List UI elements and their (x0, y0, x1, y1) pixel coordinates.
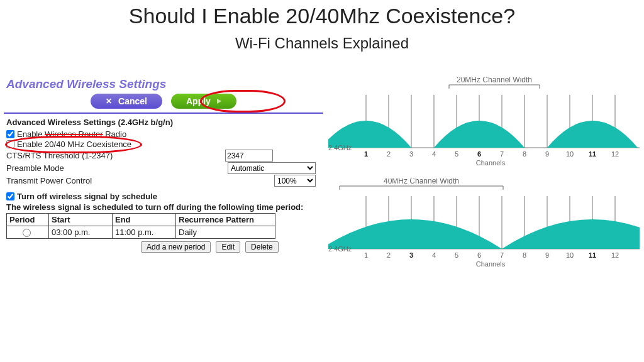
svg-text:3: 3 (409, 150, 413, 158)
diagram-panel: 20MHz Channel Width 2.4GHz 1234567891011… (323, 77, 640, 280)
schedule-note: The wireless signal is scheduled to turn… (6, 202, 323, 212)
axis-left-20: 2.4GHz (328, 144, 352, 151)
button-row: ✕ Cancel Apply (4, 92, 323, 112)
enable-coex-label: Enable 20/40 MHz Coexistence (17, 140, 131, 149)
cancel-label: Cancel (118, 96, 147, 106)
svg-text:8: 8 (523, 251, 526, 259)
svg-text:6: 6 (477, 251, 481, 259)
th-start: Start (49, 214, 113, 226)
cell-recur: Daily (176, 226, 275, 239)
svg-text:10: 10 (566, 251, 574, 259)
svg-text:8: 8 (523, 150, 526, 158)
schedule-table: Period Start End Recurrence Pattern 03:0… (6, 213, 275, 239)
sched-toggle-row: Turn off wireless signal by schedule (6, 192, 323, 201)
edit-button[interactable]: Edit (216, 241, 240, 253)
svg-text:2: 2 (387, 251, 391, 259)
period-radio[interactable] (23, 229, 31, 237)
cts-row: CTS/RTS Threshold (1-2347) (6, 150, 323, 162)
svg-text:6: 6 (477, 150, 481, 158)
svg-text:9: 9 (545, 150, 549, 158)
delete-button[interactable]: Delete (245, 241, 279, 253)
chart-title-20: 20MHz Channel Width (457, 77, 532, 84)
play-icon (217, 99, 221, 104)
x-label-40: Channels (476, 260, 506, 268)
svg-text:1: 1 (364, 150, 368, 158)
svg-text:7: 7 (500, 251, 504, 259)
cts-label: CTS/RTS Threshold (1-2347) (6, 151, 113, 160)
tpc-select[interactable]: 100% (274, 175, 316, 187)
svg-text:1: 1 (364, 251, 368, 259)
table-header-row: Period Start End Recurrence Pattern (7, 214, 275, 226)
chart-svg-40: 40MHz Channel Width 2.4GHz 1234567891011… (328, 178, 640, 270)
preamble-label: Preamble Mode (6, 163, 64, 173)
tpc-label: Transmit Power Control (6, 176, 92, 185)
svg-text:9: 9 (545, 251, 549, 259)
close-icon: ✕ (106, 97, 112, 106)
svg-text:10: 10 (566, 150, 574, 158)
enable-radio-checkbox[interactable] (6, 130, 14, 138)
preamble-select[interactable]: Automatic (228, 162, 316, 174)
th-recur: Recurrence Pattern (176, 214, 275, 226)
chart-40mhz: 40MHz Channel Width 2.4GHz 1234567891011… (328, 178, 640, 270)
cell-end: 11:00 p.m. (113, 226, 176, 239)
svg-text:12: 12 (611, 150, 619, 158)
enable-radio-row: Enable Wireless Router Radio (6, 129, 323, 139)
section-title: Advanced Wireless Settings (2.4GHz b/g/n… (6, 118, 323, 127)
schedule-label: Turn off wireless signal by schedule (17, 192, 157, 201)
axis-left-40: 2.4GHz (328, 245, 352, 253)
tpc-row: Transmit Power Control 100% (6, 175, 323, 187)
panel-heading: Advanced Wireless Settings (6, 77, 323, 91)
table-row: 03:00 p.m. 11:00 p.m. Daily (7, 226, 275, 239)
svg-text:4: 4 (432, 150, 436, 158)
cts-input[interactable] (225, 150, 273, 162)
th-end: End (113, 214, 176, 226)
chart-svg-20: 20MHz Channel Width 2.4GHz 1234567891011… (328, 77, 640, 168)
cancel-button[interactable]: ✕ Cancel (91, 94, 162, 109)
cell-start: 03:00 p.m. (49, 226, 113, 239)
enable-radio-label: Enable Wireless Router Radio (17, 129, 126, 139)
svg-text:3: 3 (409, 251, 413, 259)
enable-coex-row: Enable 20/40 MHz Coexistence (6, 140, 323, 149)
settings-panel: Advanced Wireless Settings ✕ Cancel Appl… (4, 77, 323, 280)
apply-button[interactable]: Apply (171, 94, 236, 109)
struck-text: Wireless Router (45, 129, 103, 139)
chart-20mhz: 20MHz Channel Width 2.4GHz 1234567891011… (328, 77, 640, 168)
svg-text:5: 5 (455, 150, 458, 158)
svg-text:12: 12 (611, 251, 619, 259)
apply-label: Apply (186, 96, 211, 106)
add-period-button[interactable]: Add a new period (141, 241, 211, 253)
preamble-row: Preamble Mode Automatic (6, 162, 323, 174)
schedule-buttons: Add a new period Edit Delete (141, 241, 323, 253)
svg-text:11: 11 (589, 150, 596, 158)
th-period: Period (7, 214, 49, 226)
svg-text:7: 7 (500, 150, 504, 158)
enable-coex-checkbox[interactable] (6, 140, 14, 148)
page-subtitle: Wi-Fi Channels Explained (0, 35, 644, 52)
x-label-20: Channels (476, 159, 506, 167)
chart-title-40: 40MHz Channel Width (384, 178, 459, 185)
schedule-checkbox[interactable] (6, 192, 14, 200)
svg-text:5: 5 (455, 251, 458, 259)
svg-text:11: 11 (589, 251, 596, 259)
svg-text:4: 4 (432, 251, 436, 259)
divider (4, 112, 323, 114)
svg-text:2: 2 (387, 150, 391, 158)
page-title: Should I Enable 20/40Mhz Coexistence? (0, 4, 644, 28)
